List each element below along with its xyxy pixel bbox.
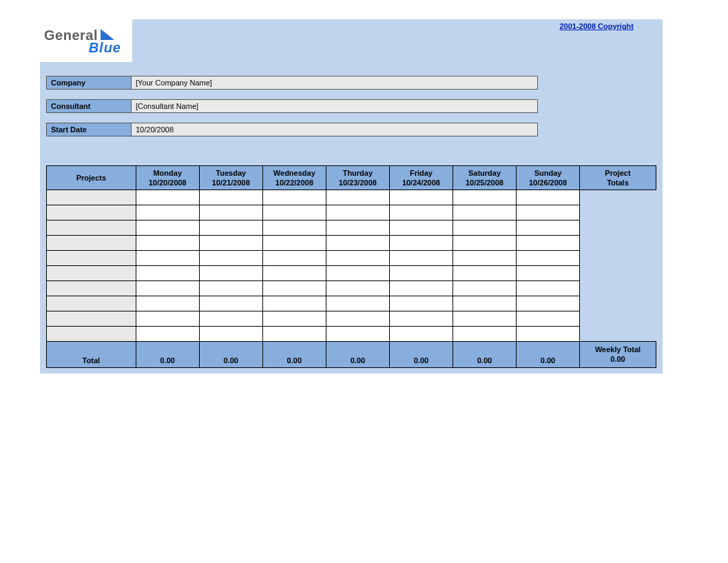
hours-cell[interactable] bbox=[262, 205, 326, 221]
meta-block: Company [Your Company Name] Consultant [… bbox=[40, 62, 663, 136]
hours-cell[interactable] bbox=[389, 221, 453, 236]
hours-cell[interactable] bbox=[199, 296, 262, 311]
hours-cell[interactable] bbox=[453, 205, 516, 221]
hours-cell[interactable] bbox=[136, 296, 199, 311]
hours-cell[interactable] bbox=[199, 221, 262, 236]
hours-cell[interactable] bbox=[326, 266, 389, 281]
hours-cell[interactable] bbox=[199, 236, 262, 251]
timesheet-grid: Projects Monday10/20/2008 Tuesday10/21/2… bbox=[40, 146, 663, 368]
hours-cell[interactable] bbox=[136, 281, 199, 296]
hours-cell[interactable] bbox=[262, 266, 326, 281]
hours-cell[interactable] bbox=[453, 190, 516, 205]
hours-cell[interactable] bbox=[136, 327, 199, 342]
hours-cell[interactable] bbox=[453, 327, 516, 342]
project-cell[interactable] bbox=[47, 221, 136, 236]
hours-cell[interactable] bbox=[453, 281, 516, 296]
hours-cell[interactable] bbox=[516, 236, 579, 251]
hours-cell[interactable] bbox=[326, 251, 389, 266]
hours-cell[interactable] bbox=[326, 281, 389, 296]
hours-cell[interactable] bbox=[453, 296, 516, 311]
hours-cell[interactable] bbox=[389, 205, 453, 221]
hours-cell[interactable] bbox=[453, 266, 516, 281]
hours-cell[interactable] bbox=[453, 236, 516, 251]
hours-cell[interactable] bbox=[516, 205, 579, 221]
hours-cell[interactable] bbox=[453, 311, 516, 327]
hours-cell[interactable] bbox=[326, 205, 389, 221]
project-cell[interactable] bbox=[47, 190, 136, 205]
hours-cell[interactable] bbox=[199, 251, 262, 266]
hours-cell[interactable] bbox=[516, 327, 579, 342]
startdate-row: Start Date 10/20/2008 bbox=[46, 123, 663, 136]
project-cell[interactable] bbox=[47, 296, 136, 311]
hours-cell[interactable] bbox=[199, 281, 262, 296]
hours-cell[interactable] bbox=[389, 266, 453, 281]
table-row bbox=[47, 296, 656, 311]
project-cell[interactable] bbox=[47, 251, 136, 266]
hours-cell[interactable] bbox=[326, 311, 389, 327]
project-total-cell bbox=[580, 311, 656, 327]
hours-cell[interactable] bbox=[389, 236, 453, 251]
hours-cell[interactable] bbox=[516, 221, 579, 236]
hours-cell[interactable] bbox=[262, 190, 326, 205]
hours-cell[interactable] bbox=[453, 251, 516, 266]
hours-cell[interactable] bbox=[136, 311, 199, 327]
total-tue: 0.00 bbox=[199, 342, 262, 368]
hours-cell[interactable] bbox=[516, 190, 579, 205]
hours-cell[interactable] bbox=[389, 311, 453, 327]
hours-cell[interactable] bbox=[516, 281, 579, 296]
hours-cell[interactable] bbox=[389, 190, 453, 205]
hours-cell[interactable] bbox=[262, 296, 326, 311]
hours-cell[interactable] bbox=[262, 281, 326, 296]
startdate-input[interactable]: 10/20/2008 bbox=[132, 123, 538, 136]
consultant-input[interactable]: [Consultant Name] bbox=[132, 99, 538, 113]
company-input[interactable]: [Your Company Name] bbox=[132, 76, 538, 90]
hours-cell[interactable] bbox=[516, 266, 579, 281]
hours-cell[interactable] bbox=[326, 327, 389, 342]
hours-cell[interactable] bbox=[136, 266, 199, 281]
hours-cell[interactable] bbox=[262, 221, 326, 236]
col-monday: Monday10/20/2008 bbox=[136, 166, 199, 190]
hours-cell[interactable] bbox=[389, 296, 453, 311]
hours-cell[interactable] bbox=[453, 221, 516, 236]
hours-cell[interactable] bbox=[516, 296, 579, 311]
hours-cell[interactable] bbox=[262, 327, 326, 342]
project-cell[interactable] bbox=[47, 281, 136, 296]
hours-cell[interactable] bbox=[326, 236, 389, 251]
copyright-link[interactable]: 2001-2008 Copyright bbox=[559, 19, 663, 30]
logo: General Blue bbox=[40, 19, 132, 62]
hours-cell[interactable] bbox=[199, 205, 262, 221]
hours-cell[interactable] bbox=[136, 190, 199, 205]
hours-cell[interactable] bbox=[199, 311, 262, 327]
project-cell[interactable] bbox=[47, 236, 136, 251]
hours-cell[interactable] bbox=[199, 190, 262, 205]
hours-cell[interactable] bbox=[326, 221, 389, 236]
timesheet-table: Projects Monday10/20/2008 Tuesday10/21/2… bbox=[46, 165, 656, 368]
hours-cell[interactable] bbox=[136, 251, 199, 266]
hours-cell[interactable] bbox=[389, 327, 453, 342]
hours-cell[interactable] bbox=[262, 251, 326, 266]
hours-cell[interactable] bbox=[389, 251, 453, 266]
hours-cell[interactable] bbox=[516, 251, 579, 266]
hours-cell[interactable] bbox=[389, 281, 453, 296]
table-row bbox=[47, 190, 656, 205]
project-cell[interactable] bbox=[47, 205, 136, 221]
project-cell[interactable] bbox=[47, 266, 136, 281]
table-row bbox=[47, 281, 656, 296]
project-cell[interactable] bbox=[47, 327, 136, 342]
hours-cell[interactable] bbox=[262, 311, 326, 327]
hours-cell[interactable] bbox=[516, 311, 579, 327]
hours-cell[interactable] bbox=[199, 266, 262, 281]
company-row: Company [Your Company Name] bbox=[46, 76, 663, 90]
hours-cell[interactable] bbox=[199, 327, 262, 342]
col-saturday: Saturday10/25/2008 bbox=[453, 166, 516, 190]
table-row bbox=[47, 205, 656, 221]
hours-cell[interactable] bbox=[136, 236, 199, 251]
hours-cell[interactable] bbox=[136, 205, 199, 221]
project-cell[interactable] bbox=[47, 311, 136, 327]
hours-cell[interactable] bbox=[326, 296, 389, 311]
hours-cell[interactable] bbox=[326, 190, 389, 205]
hours-cell[interactable] bbox=[136, 221, 199, 236]
hours-cell[interactable] bbox=[262, 236, 326, 251]
consultant-label: Consultant bbox=[46, 99, 132, 113]
project-total-cell bbox=[580, 205, 656, 221]
